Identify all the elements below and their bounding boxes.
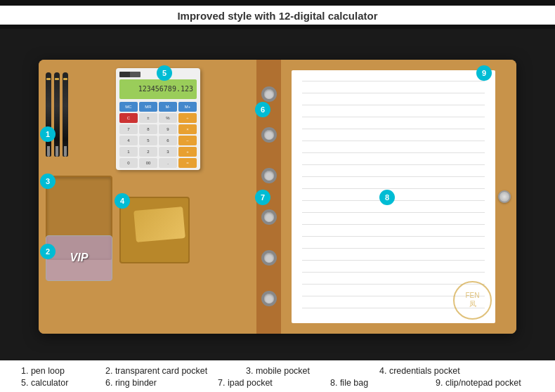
badge-9: 9 — [476, 65, 492, 81]
badge-2: 2 — [40, 244, 56, 259]
spine: 6 7 — [256, 60, 281, 334]
calc-btn: % — [159, 113, 177, 123]
pen-1 — [46, 72, 51, 157]
pen-2 — [54, 72, 60, 157]
notepad-line — [302, 81, 485, 81]
notepad-line — [302, 272, 485, 273]
calc-btn: 0 — [119, 158, 138, 168]
calc-btn: MC — [119, 102, 138, 112]
notepad-line — [302, 284, 485, 285]
caption-item-9: 9. clip/notepad pocket — [436, 378, 521, 388]
page-container: Improved style with 12-digital calculato… — [0, 0, 555, 392]
notepad-line — [302, 248, 485, 249]
pen-loops — [46, 72, 68, 157]
product-scene: 123456789.123 MC MR M- M+ C ± % ÷ 7 — [0, 29, 555, 360]
caption-item-7: 7. ipad pocket — [218, 378, 330, 388]
notepad-line — [302, 117, 485, 117]
notepad-line — [302, 176, 485, 177]
notepad-line — [302, 93, 485, 93]
calc-btn: 4 — [119, 136, 138, 145]
badge-5: 5 — [157, 65, 172, 81]
notepad-line — [302, 236, 485, 237]
calc-solar — [119, 72, 141, 77]
vip-label: VIP — [70, 251, 89, 264]
calc-btn: M+ — [178, 102, 197, 112]
caption-row-1: 1. pen loop 2. transparent card pocket 3… — [21, 366, 534, 376]
page-title: Improved style with 12-digital calculato… — [0, 6, 555, 25]
caption-item-2: 2. transparent card pocket — [105, 366, 246, 376]
snap-button — [498, 190, 511, 203]
logo-text: FEN凤 — [466, 292, 480, 308]
badge-1: 1 — [40, 126, 56, 142]
calc-btn: 9 — [159, 124, 177, 134]
calc-btn: ÷ — [178, 113, 197, 123]
notepad-line — [302, 224, 485, 225]
calc-btn: − — [178, 136, 197, 145]
notepad-line — [302, 129, 485, 129]
calc-btn: 00 — [139, 158, 157, 168]
left-panel: 123456789.123 MC MR M- M+ C ± % ÷ 7 — [39, 60, 256, 334]
ring-1 — [261, 86, 277, 102]
badge-8: 8 — [379, 190, 395, 205]
badge-4: 4 — [115, 193, 130, 209]
notepad-line — [302, 164, 485, 165]
calc-btn: 1 — [119, 147, 138, 157]
money-card — [133, 207, 185, 242]
ring-5 — [261, 250, 277, 266]
caption-row-2: 5. calculator 6. ring binder 7. ipad poc… — [21, 378, 534, 388]
caption-item-1: 1. pen loop — [21, 366, 105, 376]
caption-item-6: 6. ring binder — [105, 378, 218, 388]
calc-btn: C — [119, 113, 138, 123]
notepad-line — [302, 188, 485, 189]
badge-7: 7 — [255, 190, 270, 205]
credentials-pocket — [119, 197, 190, 263]
calc-btn: = — [178, 158, 197, 168]
caption-item-5: 5. calculator — [21, 378, 105, 388]
logo-watermark: FEN凤 — [453, 281, 492, 320]
notepad-line — [302, 260, 485, 261]
right-panel: 8 9 FEN凤 — [281, 60, 516, 334]
caption-area: 1. pen loop 2. transparent card pocket 3… — [0, 360, 555, 392]
calc-btn: 5 — [139, 136, 157, 145]
calc-btn: + — [178, 147, 197, 157]
calc-btn: MR — [139, 102, 157, 112]
calc-btn: 2 — [139, 147, 157, 157]
notepad-line — [302, 152, 485, 153]
card-pocket: VIP — [46, 235, 112, 281]
organizer: 123456789.123 MC MR M- M+ C ± % ÷ 7 — [39, 60, 516, 334]
calc-btn: 7 — [119, 124, 138, 134]
ring-4 — [261, 209, 277, 225]
calc-btn: . — [159, 158, 177, 168]
ring-6 — [261, 291, 277, 306]
caption-item-8: 8. file bag — [330, 378, 436, 388]
notepad-line — [302, 105, 485, 105]
notepad-line — [302, 212, 485, 213]
ring-2 — [261, 127, 277, 143]
calc-btn: × — [178, 124, 197, 134]
calculator: 123456789.123 MC MR M- M+ C ± % ÷ 7 — [116, 68, 200, 170]
caption-item-4: 4. credentials pocket — [379, 366, 527, 376]
ring-3 — [261, 168, 277, 183]
calc-buttons: MC MR M- M+ C ± % ÷ 7 8 9 × 4 — [119, 102, 197, 168]
badge-6: 6 — [255, 102, 270, 117]
pen-3 — [63, 72, 68, 157]
calc-btn: 3 — [159, 147, 177, 157]
badge-3: 3 — [40, 174, 56, 189]
calc-btn: 8 — [139, 124, 157, 134]
calc-btn: M- — [159, 102, 177, 112]
main-image-area: 123456789.123 MC MR M- M+ C ± % ÷ 7 — [0, 29, 555, 392]
calc-btn: ± — [139, 113, 157, 123]
notepad-line — [302, 141, 485, 141]
calc-screen: 123456789.123 — [119, 79, 197, 99]
caption-item-3: 3. mobile pocket — [246, 366, 379, 376]
calc-btn: 6 — [159, 136, 177, 145]
